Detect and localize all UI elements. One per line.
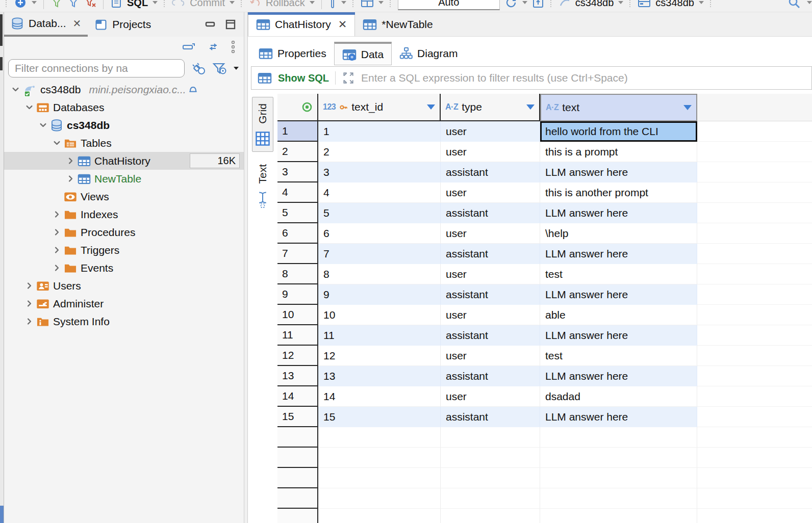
row-number-cell[interactable]	[277, 468, 318, 488]
tab-projects[interactable]: Projects	[88, 12, 158, 37]
cell-type[interactable]: user	[441, 142, 540, 162]
subtab-data[interactable]: Data	[334, 42, 392, 65]
chevron-right-icon[interactable]	[63, 174, 78, 183]
cell-empty[interactable]	[318, 448, 441, 468]
connect-plug-icon[interactable]	[191, 61, 206, 75]
expand-filter-icon[interactable]	[342, 71, 355, 85]
row-number-cell[interactable]	[277, 509, 318, 523]
cell-text-id[interactable]: 9	[318, 284, 441, 305]
cell-text[interactable]: LLM answer here	[540, 325, 697, 346]
fetch-table-caret[interactable]	[378, 1, 384, 4]
filter-remove-icon[interactable]	[84, 0, 96, 9]
cell-empty[interactable]	[540, 427, 697, 448]
cell-text[interactable]: LLM answer here	[540, 366, 697, 386]
cell-text[interactable]: LLM answer here	[540, 284, 697, 305]
tree-item-indexes[interactable]: Indexes	[4, 205, 244, 223]
cell-text-id[interactable]: 4	[318, 182, 441, 203]
row-number-cell[interactable]: 1	[277, 121, 318, 142]
cell-text[interactable]: LLM answer here	[540, 244, 697, 264]
column-header-type[interactable]: A·Z type	[441, 94, 540, 121]
column-dropdown-caret[interactable]	[427, 104, 435, 110]
cell-type[interactable]: assistant	[441, 366, 540, 386]
cell-text-id[interactable]: 7	[318, 244, 441, 264]
connection-link-icon[interactable]	[559, 0, 571, 9]
cell-type[interactable]: user	[441, 264, 540, 284]
side-tab-text[interactable]: Text	[257, 164, 269, 208]
row-number-cell[interactable]	[277, 427, 318, 448]
cell-text-id[interactable]: 12	[318, 346, 441, 366]
maximize-icon[interactable]	[224, 18, 237, 31]
cell-text[interactable]: test	[540, 346, 697, 366]
cell-empty[interactable]	[441, 448, 540, 468]
sql-editor-icon[interactable]	[110, 0, 122, 9]
minimize-icon[interactable]	[204, 18, 216, 31]
cell-text-id[interactable]: 14	[318, 386, 441, 407]
tree-item-system-info[interactable]: System Info	[4, 312, 244, 330]
cell-text[interactable]: \help	[540, 223, 697, 244]
cell-text-id[interactable]: 3	[318, 162, 441, 182]
schema-selector-label[interactable]: cs348db	[655, 0, 694, 9]
transaction-caret[interactable]	[341, 1, 346, 4]
filter-refresh-icon[interactable]	[67, 0, 80, 9]
cell-empty[interactable]	[318, 468, 441, 488]
row-number-cell[interactable]: 5	[277, 203, 318, 223]
cell-empty[interactable]	[540, 509, 697, 523]
fetch-table-icon[interactable]	[361, 0, 374, 9]
search-caret[interactable]	[807, 1, 812, 4]
row-number-cell[interactable]: 11	[277, 325, 318, 346]
cell-empty[interactable]	[441, 509, 540, 523]
tree-item-databases[interactable]: Databases	[4, 98, 244, 116]
cell-text[interactable]: hello world from the CLI	[540, 121, 697, 142]
row-number-cell[interactable]: 13	[277, 366, 318, 386]
chevron-right-icon[interactable]	[49, 228, 64, 237]
row-number-cell[interactable]: 14	[277, 386, 318, 407]
tree-item-triggers[interactable]: Triggers	[4, 241, 244, 259]
row-number-cell[interactable]: 3	[277, 162, 318, 182]
filter-connections-input[interactable]: Filter connections by na	[8, 59, 185, 77]
cell-empty[interactable]	[540, 448, 697, 468]
tree-item-views[interactable]: Views	[4, 188, 244, 205]
cell-text[interactable]: LLM answer here	[540, 203, 697, 223]
chevron-right-icon[interactable]	[22, 317, 36, 326]
cell-text[interactable]: dsadad	[540, 386, 697, 407]
row-number-cell[interactable]: 8	[277, 264, 318, 284]
cell-type[interactable]: assistant	[441, 244, 540, 264]
row-number-cell[interactable]: 7	[277, 244, 318, 264]
cell-text-id[interactable]: 15	[318, 407, 441, 427]
cell-text[interactable]: test	[540, 264, 697, 284]
tree-item-administer[interactable]: Administer	[4, 295, 244, 312]
cell-type[interactable]: user	[441, 305, 540, 325]
sql-filter-input[interactable]: Enter a SQL expression to filter results…	[361, 72, 628, 84]
cell-type[interactable]: user	[441, 223, 540, 244]
cell-text[interactable]: this is another prompt	[540, 182, 697, 203]
tree-item-users[interactable]: Users	[4, 277, 244, 295]
sql-editor-caret[interactable]	[153, 1, 158, 4]
chevron-right-icon[interactable]	[22, 281, 36, 290]
cell-text[interactable]: LLM answer here	[540, 162, 697, 182]
chevron-right-icon[interactable]	[22, 299, 36, 308]
cell-empty[interactable]	[540, 488, 697, 509]
row-number-cell[interactable]: 2	[277, 142, 318, 162]
tree-item-procedures[interactable]: Procedures	[4, 223, 244, 241]
filter-green-icon[interactable]	[50, 0, 63, 9]
new-connection-caret[interactable]	[32, 1, 37, 4]
cell-type[interactable]: user	[441, 386, 540, 407]
tree-item-cs348db[interactable]: cs348dbmini.peisongxiao.c...	[4, 81, 244, 98]
refresh-caret[interactable]	[522, 1, 527, 4]
cell-empty[interactable]	[441, 468, 540, 488]
cell-text-id[interactable]: 13	[318, 366, 441, 386]
column-dropdown-caret[interactable]	[683, 105, 692, 110]
cell-empty[interactable]	[318, 427, 441, 448]
cell-text-id[interactable]: 6	[318, 223, 441, 244]
view-menu-kebab-icon[interactable]	[231, 40, 236, 54]
chevron-right-icon[interactable]	[49, 246, 64, 254]
cell-type[interactable]: assistant	[441, 407, 540, 427]
chevron-down-icon[interactable]	[22, 103, 36, 112]
tree-item-cs348db[interactable]: cs348db	[4, 116, 244, 134]
row-header-corner[interactable]	[277, 94, 318, 121]
cell-empty[interactable]	[540, 468, 697, 488]
chevron-right-icon[interactable]	[63, 156, 78, 165]
row-number-cell[interactable]	[277, 488, 318, 509]
tree-item-tables[interactable]: Tables	[4, 134, 244, 152]
cell-empty[interactable]	[441, 427, 540, 448]
